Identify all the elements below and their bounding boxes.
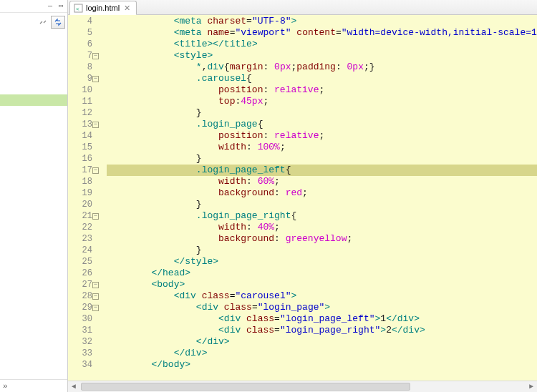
line-number[interactable]: 10 <box>68 84 92 96</box>
code-line[interactable]: <meta charset="UTF-8"> <box>107 16 537 27</box>
line-number[interactable]: 30 <box>68 313 92 325</box>
code-line[interactable]: .login_page_left{ <box>107 165 537 176</box>
code-line[interactable]: *,div{margin: 0px;padding: 0px;} <box>107 62 537 73</box>
code-line[interactable]: </body> <box>107 359 537 371</box>
line-number[interactable]: 16 <box>68 153 92 165</box>
code-line[interactable]: <body> <box>107 279 537 290</box>
scroll-left-icon[interactable]: ◄ <box>68 381 79 392</box>
code-line[interactable]: </style> <box>107 256 537 268</box>
line-number[interactable]: 5 <box>68 27 92 39</box>
code-line[interactable]: </div> <box>107 348 537 359</box>
close-icon[interactable]: ✕ <box>122 4 132 13</box>
code-line[interactable]: </div> <box>107 336 537 348</box>
link-button[interactable] <box>36 16 50 29</box>
line-number[interactable]: 13− <box>68 119 92 130</box>
code-line[interactable]: <div class="carousel"> <box>107 290 537 302</box>
code-line[interactable]: <div class="login_page_left">1</div> <box>107 313 537 325</box>
line-number[interactable]: 17− <box>68 165 92 176</box>
line-number[interactable]: 7− <box>68 50 92 62</box>
code-line[interactable]: } <box>107 199 537 210</box>
code-line[interactable]: .login_page_right{ <box>107 210 537 222</box>
line-number[interactable]: 29− <box>68 302 92 313</box>
code-line[interactable]: background: greenyellow; <box>107 233 537 245</box>
code-line[interactable]: } <box>107 245 537 256</box>
sync-button[interactable] <box>51 16 65 29</box>
line-number-gutter[interactable]: 4567−89−10111213−14151617−18192021−22232… <box>68 15 97 381</box>
scroll-thumb[interactable] <box>81 383 410 391</box>
line-number[interactable]: 22 <box>68 222 92 233</box>
code-line[interactable]: <style> <box>107 50 537 62</box>
line-number[interactable]: 33 <box>68 348 92 359</box>
line-number[interactable]: 21− <box>68 210 92 222</box>
svg-text:<: < <box>76 6 79 12</box>
code-line[interactable]: top:45px; <box>107 96 537 107</box>
line-number[interactable]: 24 <box>68 245 92 256</box>
html-file-icon: < <box>73 3 83 13</box>
code-line[interactable]: } <box>107 153 537 165</box>
code-editor[interactable]: 4567−89−10111213−14151617−18192021−22232… <box>68 15 537 381</box>
code-line[interactable]: .carousel{ <box>107 73 537 84</box>
code-line[interactable]: .login_page{ <box>107 119 537 130</box>
code-line[interactable]: <div class="login_page"> <box>107 302 537 313</box>
line-number[interactable]: 14 <box>68 130 92 142</box>
tab-label: login.html <box>86 4 120 12</box>
line-number[interactable]: 34 <box>68 359 92 371</box>
code-content[interactable]: <meta charset="UTF-8"> <meta name="viewp… <box>97 15 537 381</box>
ide-window: — ▭ » < login.html ✕ <box>0 0 537 392</box>
tab-bar[interactable]: < login.html ✕ <box>68 0 537 15</box>
expand-icon[interactable]: » <box>3 382 8 391</box>
line-number[interactable]: 25 <box>68 256 92 268</box>
outline-area[interactable] <box>0 31 67 379</box>
code-line[interactable]: } <box>107 107 537 119</box>
scroll-right-icon[interactable]: ► <box>526 381 537 392</box>
code-line[interactable]: width: 100%; <box>107 142 537 153</box>
line-number[interactable]: 6 <box>68 39 92 50</box>
code-line[interactable]: position: relative; <box>107 84 537 96</box>
line-number[interactable]: 19 <box>68 187 92 199</box>
restore-icon[interactable]: ▭ <box>56 1 66 11</box>
line-number[interactable]: 31 <box>68 325 92 336</box>
tab-login-html[interactable]: < login.html ✕ <box>69 1 137 15</box>
line-number[interactable]: 32 <box>68 336 92 348</box>
editor-pane: < login.html ✕ 4567−89−10111213−14151617… <box>68 0 537 392</box>
line-number[interactable]: 4 <box>68 16 92 27</box>
line-number[interactable]: 15 <box>68 142 92 153</box>
code-line[interactable]: position: relative; <box>107 130 537 142</box>
horizontal-scrollbar[interactable]: ◄ ► <box>68 381 537 392</box>
line-number[interactable]: 23 <box>68 233 92 245</box>
line-number[interactable]: 20 <box>68 199 92 210</box>
line-number[interactable]: 26 <box>68 268 92 279</box>
code-line[interactable]: </head> <box>107 268 537 279</box>
outline-selection <box>0 94 67 106</box>
line-number[interactable]: 9− <box>68 73 92 84</box>
line-number[interactable]: 12 <box>68 107 92 119</box>
code-line[interactable]: background: red; <box>107 187 537 199</box>
line-number[interactable]: 11 <box>68 96 92 107</box>
minimize-icon[interactable]: — <box>45 1 55 11</box>
code-line[interactable]: width: 40%; <box>107 222 537 233</box>
line-number[interactable]: 18 <box>68 176 92 187</box>
code-line[interactable]: <meta name="viewport" content="width=dev… <box>107 27 537 39</box>
code-line[interactable]: <title></title> <box>107 39 537 50</box>
sidebar-footer: » <box>0 379 67 392</box>
code-line[interactable]: width: 60%; <box>107 176 537 187</box>
line-number[interactable]: 8 <box>68 62 92 73</box>
line-number[interactable]: 28− <box>68 290 92 302</box>
sidebar-panel: — ▭ » <box>0 0 68 392</box>
sidebar-toolbar-top: — ▭ <box>0 0 67 13</box>
sidebar-toolbar <box>0 13 67 31</box>
code-line[interactable]: <div class="login_page_right">2</div> <box>107 325 537 336</box>
line-number[interactable]: 27− <box>68 279 92 290</box>
